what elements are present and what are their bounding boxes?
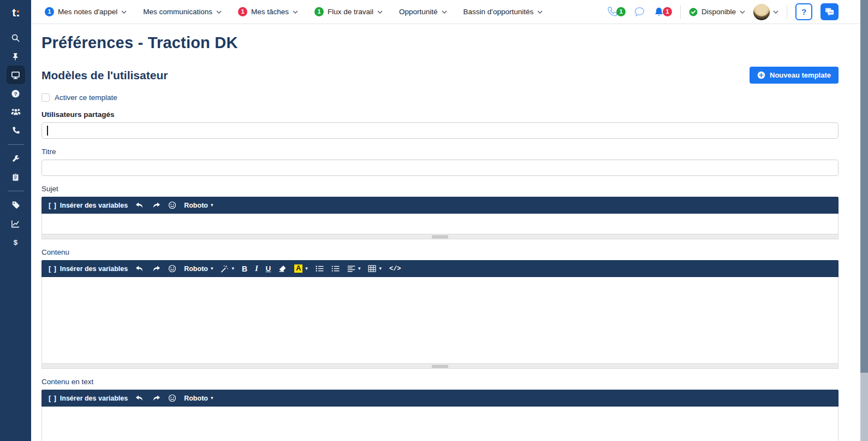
field-content-text: Contenu en text [ ]Insérer des variables…: [41, 378, 839, 441]
nav-item-label: Flux de travail: [328, 8, 373, 16]
logo-letter: t: [12, 7, 16, 18]
font-family-label: Roboto: [184, 395, 208, 402]
main-column: 1 Mes notes d'appel Mes communications 1…: [31, 0, 868, 441]
sidebar-item-wrench[interactable]: [7, 149, 25, 168]
table-button[interactable]: ▾: [364, 260, 385, 277]
sidebar-item-users[interactable]: [7, 103, 25, 121]
help-circle-icon: ?: [11, 89, 20, 98]
title-input[interactable]: [41, 160, 839, 176]
help-button[interactable]: ?: [795, 3, 812, 20]
content-editor-body[interactable]: [41, 277, 839, 364]
emoji-button[interactable]: [164, 390, 180, 407]
wand-icon: [221, 264, 229, 273]
new-template-button[interactable]: Nouveau template: [750, 67, 839, 84]
user-menu[interactable]: [753, 4, 778, 20]
sidebar-item-clipboard[interactable]: [7, 168, 25, 186]
content-resize-handle[interactable]: [41, 364, 839, 369]
content-toolbar: [ ]Insérer des variablesRoboto▾▾BIUA▾▾▾<…: [41, 260, 839, 277]
sidebar-item-chart[interactable]: [7, 214, 25, 233]
sidebar-item-search[interactable]: [7, 28, 25, 47]
app-window: t ?$ 1 Mes notes d'appel Mes communicati…: [0, 0, 868, 441]
plus-circle-icon: [757, 71, 765, 79]
sidebar-item-tag[interactable]: [7, 196, 25, 214]
activate-template-row: Activer ce template: [41, 93, 839, 102]
font-color-button[interactable]: A▾: [290, 260, 312, 277]
emoji-button[interactable]: [164, 197, 180, 214]
nav-item-mes-t-ches[interactable]: 1 Mes tâches: [231, 4, 305, 20]
redo-button[interactable]: [148, 260, 164, 277]
notifications-button[interactable]: 1: [653, 7, 672, 17]
insert-variables-button[interactable]: [ ]Insérer des variables: [45, 197, 132, 214]
clear-formatting-button[interactable]: [275, 260, 290, 277]
svg-text:$: $: [14, 238, 18, 246]
calls-button[interactable]: 1: [607, 6, 626, 17]
chevron-down-icon: [293, 10, 298, 14]
brackets-icon: [ ]: [49, 395, 57, 402]
paragraph-align-button[interactable]: ▾: [343, 260, 365, 277]
status-label: Disponible: [701, 8, 736, 16]
chat-button[interactable]: [634, 6, 645, 17]
title-label: Titre: [41, 148, 839, 156]
ordered-list-button[interactable]: [328, 260, 343, 277]
chevron-down-icon: [740, 10, 745, 14]
redo-button[interactable]: [148, 197, 164, 214]
redo-icon: [152, 266, 160, 272]
chevron-down-icon: [377, 10, 383, 14]
align-icon: [347, 265, 355, 272]
eraser-icon: [278, 265, 287, 272]
font-family-button[interactable]: Roboto▾: [180, 260, 217, 277]
undo-button[interactable]: [132, 197, 148, 214]
app-logo[interactable]: t: [0, 0, 31, 24]
sidebar-item-pin[interactable]: [7, 47, 25, 66]
bold-icon: B: [242, 264, 247, 273]
table-icon: [368, 265, 376, 272]
code-view-button[interactable]: </>: [385, 260, 405, 277]
availability-dropdown[interactable]: Disponible: [689, 8, 745, 16]
notifications-badge: 1: [663, 7, 672, 16]
chevron-down-icon: [121, 10, 127, 14]
subject-label: Sujet: [41, 185, 839, 193]
topbar-divider: [787, 5, 787, 19]
sidebar-item-dollar[interactable]: $: [7, 233, 25, 251]
shared-users-input[interactable]: [41, 122, 839, 139]
nav-item-mes-communications[interactable]: Mes communications: [136, 4, 228, 19]
sidebar-nav: ?$: [7, 28, 25, 251]
search-icon: [11, 33, 20, 43]
nav-item-bassin-d-opportunit-s[interactable]: Bassin d'opportunités: [457, 4, 550, 19]
subject-editor: [ ]Insérer des variablesRoboto▾: [41, 197, 839, 239]
subject-editor-body[interactable]: [41, 214, 839, 234]
insert-variables-button[interactable]: [ ]Insérer des variables: [45, 260, 132, 277]
sidebar-item-monitor[interactable]: [7, 66, 25, 84]
undo-button[interactable]: [132, 260, 148, 277]
scrollbar-thumb[interactable]: [860, 0, 868, 373]
support-chat-button[interactable]: [821, 3, 839, 20]
underline-button[interactable]: U: [262, 260, 275, 277]
caret-down-icon: ▾: [211, 396, 213, 401]
caret-down-icon: ▾: [358, 266, 361, 271]
italic-icon: I: [255, 264, 258, 273]
redo-button[interactable]: [148, 390, 164, 407]
grip-icon: [432, 237, 448, 237]
subject-resize-handle[interactable]: [41, 234, 839, 239]
monitor-icon: [11, 70, 20, 80]
font-family-label: Roboto: [184, 265, 208, 273]
undo-button[interactable]: [132, 390, 148, 407]
nav-item-flux-de-travail[interactable]: 1 Flux de travail: [308, 4, 389, 20]
insert-variables-button[interactable]: [ ]Insérer des variables: [45, 390, 132, 407]
nav-item-opportunit[interactable]: Opportunité: [393, 4, 454, 19]
smiley-icon: [168, 201, 176, 209]
font-family-button[interactable]: Roboto▾: [180, 390, 217, 407]
nav-item-mes-notes-d-appel[interactable]: 1 Mes notes d'appel: [38, 4, 133, 20]
activate-template-checkbox[interactable]: [41, 93, 50, 102]
unordered-list-button[interactable]: [312, 260, 328, 277]
content-text-editor-body[interactable]: [41, 407, 839, 441]
font-family-button[interactable]: Roboto▾: [180, 197, 217, 214]
bold-button[interactable]: B: [238, 260, 251, 277]
magic-style-button[interactable]: ▾: [217, 260, 238, 277]
emoji-button[interactable]: [164, 260, 180, 277]
italic-button[interactable]: I: [251, 260, 261, 277]
topbar-right: 1 1 Disp: [607, 3, 839, 20]
insert-variables-label: Insérer des variables: [60, 202, 128, 209]
sidebar-item-help-circle[interactable]: ?: [7, 84, 25, 103]
sidebar-item-phone[interactable]: [7, 121, 25, 140]
